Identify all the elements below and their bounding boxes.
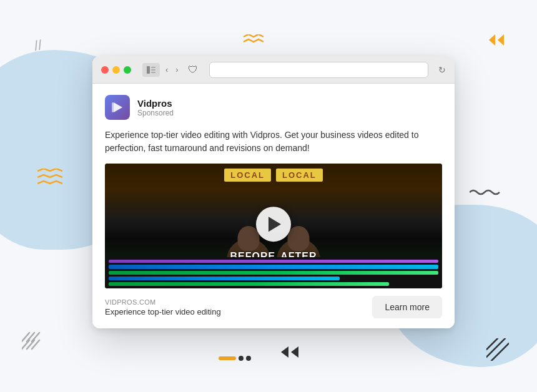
maximize-button[interactable] [124, 66, 131, 74]
video-timeline [105, 257, 442, 288]
address-bar[interactable] [209, 62, 428, 78]
svg-marker-0 [489, 34, 495, 46]
svg-rect-14 [151, 67, 155, 68]
deco-wave-right [470, 187, 501, 200]
svg-rect-13 [147, 66, 150, 74]
sponsored-label: Sponsored [137, 109, 174, 117]
deco-slash-bottom-right [486, 338, 509, 364]
sidebar-toggle-button[interactable] [142, 63, 160, 77]
svg-marker-17 [114, 102, 122, 112]
play-button[interactable] [256, 207, 291, 242]
active-dot [219, 356, 236, 360]
svg-line-11 [491, 343, 509, 361]
timeline-track-2 [109, 265, 438, 269]
minimize-button[interactable] [112, 66, 120, 74]
timeline-track-1 [109, 260, 438, 263]
timeline-track-4 [109, 277, 340, 280]
svg-marker-9 [291, 346, 298, 358]
back-button[interactable]: ‹ [164, 64, 170, 76]
ad-footer-left: VIDPROS.COM Experience top-tier video ed… [105, 298, 221, 316]
shield-icon: 🛡 [188, 64, 198, 76]
refresh-button[interactable]: ↻ [438, 65, 446, 75]
video-thumbnail[interactable]: LOCAL LOCAL BEFORE AFTER [105, 164, 442, 288]
timeline-track-3 [109, 271, 438, 275]
brand-name: Vidpros [137, 98, 174, 109]
deco-bottom-indicator [219, 356, 251, 361]
traffic-lights [101, 66, 131, 74]
svg-rect-18 [112, 102, 114, 112]
ad-footer: VIDPROS.COM Experience top-tier video ed… [92, 288, 455, 328]
timeline-track-5 [109, 282, 389, 286]
ad-tagline: Experience top-tier video editing [105, 307, 221, 316]
ad-description: Experience top-tier video editing with V… [105, 129, 442, 155]
svg-rect-16 [151, 72, 155, 73]
deco-arrows-top-right [489, 34, 509, 49]
browser-controls: ‹ › [142, 63, 180, 77]
forward-button[interactable]: › [174, 64, 180, 76]
ad-url: VIDPROS.COM [105, 298, 221, 306]
deco-zigzag-left [37, 169, 62, 192]
svg-rect-15 [151, 69, 155, 71]
deco-arrows-bottom [281, 346, 303, 361]
deco-slash-bottom-left [22, 328, 46, 355]
dot-2 [239, 356, 244, 361]
neon-sign-2: LOCAL [276, 169, 323, 182]
play-icon [268, 217, 281, 232]
ad-header: Vidpros Sponsored [105, 95, 442, 120]
browser-window: ‹ › 🛡 ↻ Vidpros Sponsored Experience top [92, 56, 455, 328]
close-button[interactable] [101, 66, 109, 74]
browser-titlebar: ‹ › 🛡 ↻ [92, 56, 455, 84]
svg-marker-8 [281, 346, 288, 358]
ad-brand-info: Vidpros Sponsored [137, 98, 174, 117]
dot-3 [246, 356, 251, 361]
ad-content: Vidpros Sponsored Experience top-tier vi… [92, 84, 455, 288]
ad-logo [105, 95, 130, 120]
deco-zigzag-top [244, 34, 264, 51]
learn-more-button[interactable]: Learn more [372, 296, 442, 318]
neon-sign-1: LOCAL [224, 169, 271, 182]
svg-marker-1 [498, 34, 504, 46]
